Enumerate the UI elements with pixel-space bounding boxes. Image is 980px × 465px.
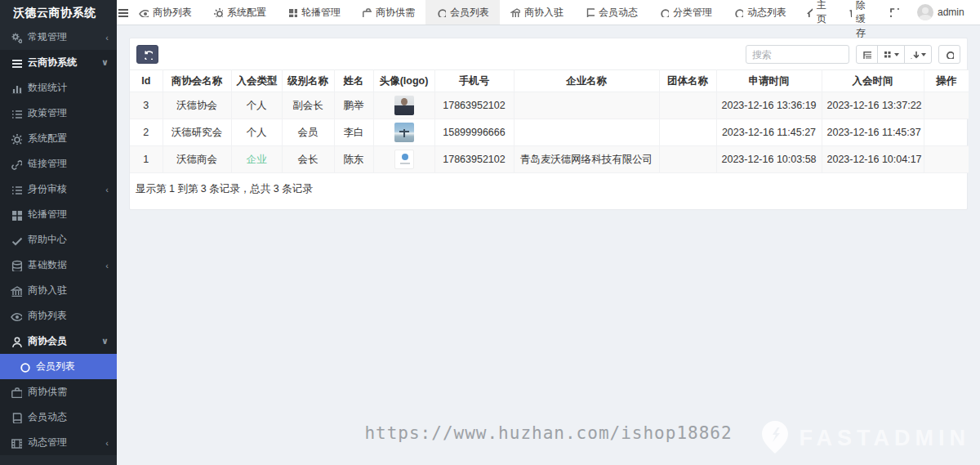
col-join-time[interactable]: 入会时间	[822, 70, 924, 92]
sidebar-item-general-mgmt[interactable]: 常规管理 ‹	[0, 25, 117, 50]
card-view-icon	[862, 50, 871, 59]
member-list-panel: Id 商协会名称 入会类型 级别名称 姓名 头像(logo) 手机号 企业名称 …	[129, 38, 968, 210]
chevron-left-icon: ‹	[105, 33, 109, 42]
tab-member-list[interactable]: 会员列表	[425, 0, 500, 25]
gear-icon	[213, 7, 223, 17]
avatar-image[interactable]	[394, 123, 414, 142]
sidebar-item-member-news[interactable]: 会员动态	[0, 405, 117, 430]
settings-button[interactable]	[973, 0, 980, 25]
sidebar-item-policy-mgmt[interactable]: 政策管理	[0, 101, 117, 126]
col-apply-time[interactable]: 申请时间	[716, 70, 822, 92]
trash-icon	[848, 7, 852, 17]
bank-icon	[510, 7, 520, 17]
top-navbar: 商协列表 系统配置 轮播管理 商协供需 会员列表 商协入驻 会员动态 分类管理	[117, 0, 980, 25]
sidebar-item-assoc-join[interactable]: 商协入驻	[0, 278, 117, 303]
search-icon	[945, 50, 954, 59]
col-phone[interactable]: 手机号	[434, 70, 514, 92]
search-input[interactable]	[746, 45, 849, 64]
tab-system-config[interactable]: 系统配置	[203, 0, 277, 25]
col-group[interactable]: 团体名称	[659, 70, 716, 92]
columns-button[interactable]	[877, 45, 905, 64]
sidebar-item-carousel-mgmt[interactable]: 轮播管理	[0, 202, 117, 227]
refresh-icon	[143, 50, 153, 60]
bars-icon	[11, 57, 22, 69]
chevron-left-icon: ‹	[105, 438, 109, 448]
eye-icon	[139, 7, 149, 17]
sidebar-item-assoc-supply[interactable]: 商协供需	[0, 379, 117, 405]
sidebar-item-identity-review[interactable]: 身份审核 ‹	[0, 177, 117, 202]
hamburger-icon[interactable]	[117, 0, 128, 25]
export-button[interactable]	[904, 45, 932, 64]
caret-down-icon	[894, 53, 899, 56]
user-icon	[11, 336, 22, 347]
tab-member-news[interactable]: 会员动态	[574, 0, 648, 25]
member-table: Id 商协会名称 入会类型 级别名称 姓名 头像(logo) 手机号 企业名称 …	[130, 69, 969, 173]
refresh-button[interactable]	[136, 45, 158, 64]
clear-cache-button[interactable]: 清除缓存	[839, 0, 880, 25]
th-list-icon	[11, 184, 22, 195]
table-row[interactable]: 3 沃德协会 个人 副会长 鹏举 17863952102 2023-12-16 …	[130, 92, 969, 119]
eye-icon	[11, 311, 22, 322]
search-button[interactable]	[938, 45, 960, 64]
sidebar-item-member-list[interactable]: 会员列表	[0, 354, 117, 379]
tab-assoc-list[interactable]: 商协列表	[128, 0, 203, 25]
col-assoc-name[interactable]: 商协会名称	[163, 70, 231, 92]
sidebar-item-help-center[interactable]: 帮助中心	[0, 227, 117, 253]
circle-icon	[19, 361, 30, 373]
table-row[interactable]: 2 沃德研究会 个人 会员 李白 15899996666 2023-12-16 …	[130, 119, 969, 146]
bank-icon	[11, 285, 22, 297]
tab-category-mgmt[interactable]: 分类管理	[648, 0, 723, 25]
home-link[interactable]: 主页	[797, 0, 839, 25]
sidebar-item-assoc-members[interactable]: 商协会员 ∨	[0, 329, 117, 354]
export-icon	[910, 50, 919, 59]
app-brand: 沃德云商协系统	[0, 0, 117, 25]
avatar-image[interactable]	[394, 150, 414, 169]
chart-icon	[11, 83, 22, 94]
table-header-row: Id 商协会名称 入会类型 级别名称 姓名 头像(logo) 手机号 企业名称 …	[130, 70, 969, 92]
col-avatar[interactable]: 头像(logo)	[373, 70, 434, 92]
sidebar-item-base-data[interactable]: 基础数据 ‹	[0, 253, 117, 278]
sidebar-item-assoc-list[interactable]: 商协列表	[0, 303, 117, 329]
tab-assoc-join[interactable]: 商协入驻	[500, 0, 574, 25]
avatar	[917, 4, 933, 20]
chevron-left-icon: ‹	[105, 261, 109, 271]
briefcase-icon	[11, 387, 22, 398]
col-name[interactable]: 姓名	[334, 70, 373, 92]
pagination-summary: 显示第 1 到第 3 条记录，总共 3 条记录	[130, 173, 967, 209]
sidebar-item-system-config[interactable]: 系统配置	[0, 126, 117, 151]
sidebar-item-data-stats[interactable]: 数据统计	[0, 75, 117, 101]
col-join-type[interactable]: 入会类型	[231, 70, 282, 92]
fastadmin-watermark: FASTADMIN	[759, 419, 971, 457]
col-id[interactable]: Id	[130, 70, 163, 92]
watermark-url: https://www.huzhan.com/ishop18862	[364, 423, 732, 443]
table-row[interactable]: 1 沃德商会 企业 会长 陈东 17863952102 青岛麦沃德网络科技有限公…	[130, 146, 969, 173]
chevron-down-icon: ∨	[101, 57, 109, 68]
chevron-left-icon: ‹	[105, 185, 109, 194]
caret-down-icon	[921, 53, 926, 56]
row-actions	[924, 119, 969, 146]
tab-bar: 商协列表 系统配置 轮播管理 商协供需 会员列表 商协入驻 会员动态 分类管理	[128, 0, 797, 25]
sidebar-item-link-mgmt[interactable]: 链接管理	[0, 151, 117, 177]
topbar-right: 主页 清除缓存 admin	[797, 0, 980, 25]
book-icon	[585, 7, 595, 17]
card-view-button[interactable]	[856, 45, 878, 64]
fullscreen-button[interactable]	[880, 0, 908, 25]
tab-carousel-mgmt[interactable]: 轮播管理	[277, 0, 351, 25]
col-level-name[interactable]: 级别名称	[282, 70, 334, 92]
table-toolbar	[130, 38, 967, 69]
avatar-image[interactable]	[394, 96, 414, 115]
th-large-icon	[11, 209, 22, 221]
sidebar-item-cloud-assoc-system[interactable]: 云商协系统 ∨	[0, 50, 117, 75]
circle-icon	[436, 7, 446, 17]
col-company[interactable]: 企业名称	[514, 70, 659, 92]
film-icon	[11, 437, 22, 449]
tab-assoc-supply[interactable]: 商协供需	[351, 0, 425, 25]
sidebar-item-news-mgmt[interactable]: 动态管理 ‹	[0, 430, 117, 455]
user-menu[interactable]: admin	[908, 0, 973, 25]
briefcase-icon	[362, 7, 372, 17]
list-icon	[11, 108, 22, 119]
col-actions[interactable]: 操作	[924, 70, 969, 92]
tab-news-list[interactable]: 动态列表	[723, 0, 797, 25]
circle-icon	[659, 7, 669, 17]
database-icon	[11, 260, 22, 271]
